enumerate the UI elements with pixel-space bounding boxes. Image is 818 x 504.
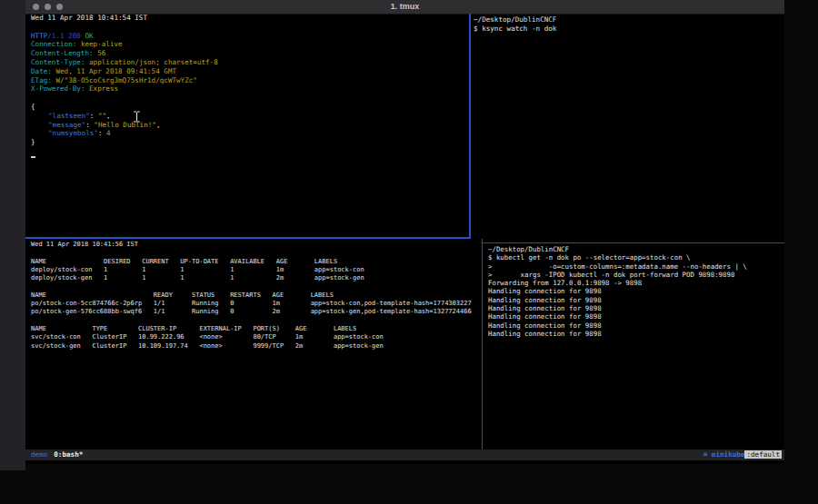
pane-ksync-output[interactable]: ~/Desktop/DublinCNCF $ ksync watch -n do…	[474, 15, 556, 34]
json-close-brace: }	[31, 138, 467, 147]
http-header-row: X-Powered-By: Express	[31, 84, 467, 94]
http-header-row: Connection: keep-alive	[31, 40, 467, 49]
kube-namespace: :default	[744, 450, 782, 459]
http-status-line: HTTP/1.1 200 OK	[31, 32, 467, 41]
session-name: demo	[31, 450, 47, 459]
terminal-cursor	[31, 156, 35, 158]
json-row: "lastseen": "",	[31, 112, 467, 121]
pane-divider-horizontal[interactable]	[483, 242, 784, 243]
http-version-code: /1.1 200	[47, 32, 85, 40]
http-proto: HTTP	[31, 32, 47, 40]
blank-line	[31, 23, 467, 32]
pane-http-response[interactable]: Wed 11 Apr 2018 10:41:54 IST HTTP/1.1 20…	[31, 14, 467, 147]
desktop-background-strip	[0, 0, 25, 470]
status-window-item[interactable]: 0:bash*	[54, 450, 83, 459]
http-reason: OK	[85, 32, 93, 40]
pane-divider-active-vertical[interactable]	[469, 14, 471, 237]
pane-kubectl-resources-output[interactable]: Wed 11 Apr 2018 10:41:56 IST NAME DESIRE…	[31, 241, 472, 351]
timestamp-line: Wed 11 Apr 2018 10:41:54 IST	[31, 14, 467, 23]
terminal-window: 1. tmux Wed 11 Apr 2018 10:41:54 IST HTT…	[25, 0, 784, 464]
tmux-status-bar: demo0:bash* ☸ minikube:default	[25, 450, 784, 460]
http-header-row: Date: Wed, 11 Apr 2018 09:41:54 GMT	[31, 67, 467, 76]
json-row: "numsymbols": 4	[31, 129, 467, 138]
mouse-text-cursor	[133, 109, 141, 126]
http-header-row: ETag: W/"38-O5coCsrg3mQ75sHr1d/qcWTwYZc"	[31, 76, 467, 85]
pane-port-forward-output[interactable]: ~/Desktop/DublinCNCF $ kubectl get -n do…	[488, 245, 747, 338]
window-titlebar[interactable]: 1. tmux	[25, 0, 784, 15]
pane-divider-active-horizontal[interactable]	[25, 237, 471, 239]
status-right: ☸ minikube:default	[703, 450, 782, 460]
json-open-brace: {	[31, 103, 467, 112]
http-header-row: Content-Type: application/json; charset=…	[31, 58, 467, 67]
json-row: "message": "Hello Dublin!",	[31, 121, 467, 130]
pane-divider-vertical[interactable]	[482, 239, 483, 450]
kube-context: minikube	[712, 450, 745, 459]
blank-line	[31, 94, 467, 103]
kubernetes-helm-icon: ☸	[703, 450, 712, 459]
http-header-row: Content-Length: 56	[31, 49, 467, 58]
window-title: 1. tmux	[25, 2, 784, 11]
